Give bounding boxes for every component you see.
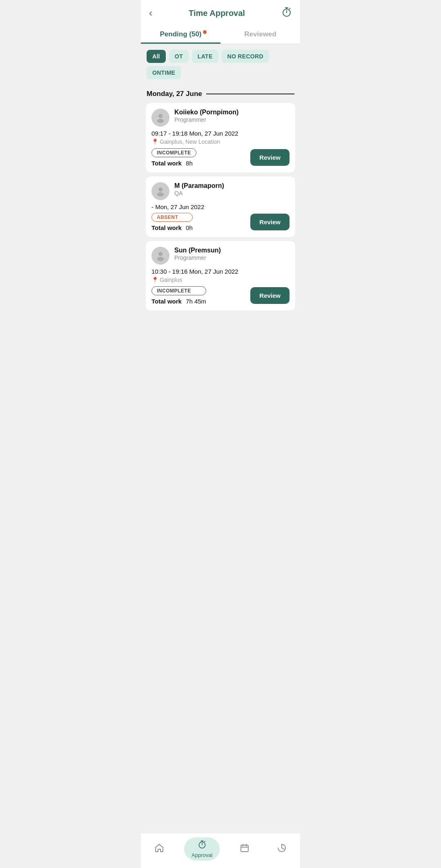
svg-point-5: [158, 252, 163, 256]
card-info-1: Koiieko (Pornpimon) Programmer: [174, 109, 238, 123]
employee-card-3: Sun (Premsun) Programmer 10:30 - 19:16 M…: [146, 241, 295, 310]
date-divider: [206, 94, 294, 94]
work-time-1: 09:17 - 19:18 Mon, 27 Jun 2022: [151, 130, 290, 137]
back-button[interactable]: ‹: [149, 7, 152, 19]
svg-point-3: [158, 187, 163, 192]
status-badge-3: INCOMPLETE: [151, 286, 206, 295]
tab-pending[interactable]: Pending (50): [141, 25, 220, 44]
page-title: Time Approval: [189, 9, 245, 18]
employee-name-3: Sun (Premsun): [174, 247, 221, 254]
work-time-2: - Mon, 27 Jun 2022: [151, 203, 290, 210]
bottom-nav: Approval: [141, 833, 300, 868]
location-icon-1: 📍: [151, 138, 158, 145]
svg-point-1: [158, 114, 163, 118]
date-label: Monday, 27 June: [147, 90, 202, 98]
nav-approval[interactable]: Approval: [184, 837, 220, 861]
home-icon: [154, 843, 164, 855]
svg-point-4: [157, 192, 164, 196]
card-top-1: Koiieko (Pornpimon) Programmer: [151, 109, 290, 127]
tabs-container: Pending (50) Reviewed: [141, 25, 300, 44]
timer-icon[interactable]: [281, 7, 292, 20]
employee-name-2: M (Paramaporn): [174, 182, 224, 190]
employee-name-1: Koiieko (Pornpimon): [174, 109, 238, 116]
nav-home[interactable]: [147, 841, 172, 858]
employee-role-2: QA: [174, 190, 224, 196]
card-bottom-1: INCOMPLETE Total work 8h Review: [151, 148, 290, 167]
filter-no-record[interactable]: NO RECORD: [222, 50, 269, 63]
filter-ot[interactable]: OT: [169, 50, 189, 63]
nav-calendar[interactable]: [232, 841, 257, 858]
pending-badge: [203, 30, 207, 34]
calendar-icon: [240, 843, 249, 855]
work-location-3: 📍 Gainplus: [151, 277, 290, 283]
filter-ontime[interactable]: ONTIME: [147, 66, 181, 79]
total-work-2: Total work 0h: [151, 224, 193, 231]
card-top-2: M (Paramaporn) QA: [151, 182, 290, 200]
nav-approval-label: Approval: [192, 852, 212, 858]
svg-point-2: [157, 119, 164, 123]
avatar-1: [151, 109, 169, 127]
svg-rect-8: [241, 845, 248, 852]
filters-container: All OT LATE NO RECORD ONTIME: [141, 44, 300, 85]
card-bottom-left-3: INCOMPLETE Total work 7h 45m: [151, 286, 206, 305]
tab-reviewed[interactable]: Reviewed: [220, 25, 300, 44]
status-badge-1: INCOMPLETE: [151, 148, 196, 157]
total-work-1: Total work 8h: [151, 160, 196, 167]
card-info-3: Sun (Premsun) Programmer: [174, 247, 221, 261]
review-button-1[interactable]: Review: [250, 149, 290, 166]
employee-role-1: Programmer: [174, 116, 238, 123]
avatar-2: [151, 182, 169, 200]
employee-card-1: Koiieko (Pornpimon) Programmer 09:17 - 1…: [146, 103, 295, 172]
main-content: All OT LATE NO RECORD ONTIME Monday, 27 …: [141, 44, 300, 351]
location-icon-3: 📍: [151, 277, 158, 283]
date-section: Monday, 27 June: [141, 85, 300, 100]
status-badge-2: ABSENT: [151, 213, 193, 222]
card-bottom-left-1: INCOMPLETE Total work 8h: [151, 148, 196, 167]
chart-icon: [277, 843, 287, 855]
avatar-3: [151, 247, 169, 265]
review-button-2[interactable]: Review: [250, 214, 290, 230]
card-bottom-3: INCOMPLETE Total work 7h 45m Review: [151, 286, 290, 305]
card-info-2: M (Paramaporn) QA: [174, 182, 224, 196]
total-work-3: Total work 7h 45m: [151, 298, 206, 305]
card-top-3: Sun (Premsun) Programmer: [151, 247, 290, 265]
header: ‹ Time Approval: [141, 0, 300, 25]
svg-point-6: [157, 257, 164, 261]
work-location-1: 📍 Gainplus, New Location: [151, 138, 290, 145]
nav-chart[interactable]: [270, 841, 294, 858]
employee-card-2: M (Paramaporn) QA - Mon, 27 Jun 2022 ABS…: [146, 176, 295, 237]
employee-role-3: Programmer: [174, 254, 221, 261]
card-bottom-left-2: ABSENT Total work 0h: [151, 213, 193, 231]
approval-icon: [198, 840, 207, 851]
review-button-3[interactable]: Review: [250, 287, 290, 304]
card-bottom-2: ABSENT Total work 0h Review: [151, 213, 290, 231]
filter-all[interactable]: All: [147, 50, 166, 63]
filter-late[interactable]: LATE: [192, 50, 218, 63]
work-time-3: 10:30 - 19:16 Mon, 27 Jun 2022: [151, 268, 290, 275]
